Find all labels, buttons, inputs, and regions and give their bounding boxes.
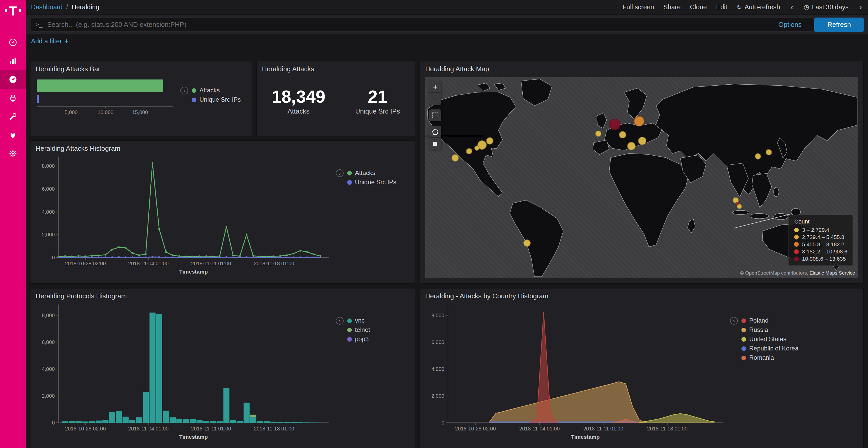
legend-color-dot	[741, 355, 746, 360]
map-marker[interactable]	[523, 240, 531, 247]
protocols-histogram-chart[interactable]: 02,0004,0006,0008,0002018-10-28 02:00201…	[35, 302, 336, 443]
legend-item[interactable]: United States	[741, 336, 799, 343]
box-zoom-icon	[432, 112, 439, 119]
svg-text:6,000: 6,000	[431, 339, 444, 345]
refresh-icon: ↻	[737, 4, 742, 11]
map-marker[interactable]	[766, 149, 772, 156]
draw-rectangle-button[interactable]	[429, 138, 441, 150]
map-marker[interactable]	[627, 142, 636, 150]
osm-attribution: © OpenStreetMap contributors,	[740, 270, 808, 276]
legend-item[interactable]: vnc	[347, 317, 370, 324]
full-screen-button[interactable]: Full screen	[623, 3, 654, 10]
legend-item[interactable]: Republic of Korea	[741, 345, 799, 352]
legend-toggle-icon[interactable]: ›	[336, 317, 344, 325]
sidebar-item-dashboard[interactable]	[0, 70, 26, 89]
map-marker[interactable]	[452, 154, 459, 162]
plus-icon[interactable]: +	[65, 38, 68, 45]
svg-text:2018-11-18 01:00: 2018-11-18 01:00	[647, 426, 687, 432]
legend-list: vnctelnetpop3	[347, 317, 370, 345]
legend-item[interactable]: pop3	[347, 336, 370, 343]
bee-icon	[8, 94, 18, 103]
svg-text:0: 0	[52, 255, 55, 261]
legend-toggle-icon[interactable]: ›	[180, 87, 188, 95]
search-box: >_ Options	[30, 18, 814, 32]
legend-color-dot	[347, 318, 352, 323]
svg-text:2,000: 2,000	[431, 393, 444, 399]
map-marker[interactable]	[638, 137, 646, 145]
sidebar-item-visualize[interactable]	[0, 51, 26, 70]
options-link[interactable]: Options	[778, 21, 802, 28]
legend-toggle-icon[interactable]: ›	[336, 169, 344, 177]
zoom-out-button[interactable]: −	[429, 93, 441, 105]
legend-color-dot	[741, 337, 746, 341]
sidebar-item-monitoring[interactable]	[0, 126, 26, 144]
search-input[interactable]	[47, 21, 767, 28]
map-legend-item: 2,729.4 – 5,455.8	[795, 234, 847, 240]
svg-text:2018-10-28 02:00: 2018-10-28 02:00	[65, 261, 106, 266]
nav-actions: Full screen Share Clone Edit ↻Auto-refre…	[623, 3, 863, 11]
legend-color-dot	[347, 337, 352, 341]
time-back-button[interactable]: ‹	[789, 3, 795, 11]
chart-legend: ›vnctelnetpop3	[336, 302, 411, 443]
attacks-histogram-chart[interactable]: 02,0004,0006,0008,0002018-10-28 02:00201…	[35, 154, 336, 278]
zoom-control-group: + −	[429, 81, 441, 105]
map-marker[interactable]	[486, 137, 493, 144]
legend-item[interactable]: telnet	[347, 326, 370, 334]
svg-text:2018-11-18 01:00: 2018-11-18 01:00	[254, 426, 294, 432]
sidebar-item-management[interactable]	[0, 144, 26, 163]
svg-text:8,000: 8,000	[42, 163, 55, 169]
share-button[interactable]: Share	[663, 3, 681, 10]
legend-color-dot	[795, 242, 799, 246]
edit-button[interactable]: Edit	[716, 3, 727, 10]
breadcrumb-current: Heralding	[71, 3, 99, 10]
sidebar-item-timelion[interactable]	[0, 89, 26, 107]
map-marker[interactable]	[755, 153, 761, 160]
sidebar-item-dev-tools[interactable]	[0, 107, 26, 126]
panel-title: Heralding Protocols Histogram	[30, 288, 415, 302]
breadcrumb-dashboard-link[interactable]: Dashboard	[31, 3, 63, 10]
map-marker[interactable]	[466, 148, 472, 154]
add-filter-link[interactable]: Add a filter	[31, 38, 62, 45]
map-marker[interactable]	[474, 145, 479, 151]
sidebar-item-discover[interactable]	[0, 33, 26, 51]
svg-text:2018-11-18 01:00: 2018-11-18 01:00	[254, 261, 294, 266]
time-forward-button[interactable]: ›	[858, 3, 863, 11]
legend-color-dot	[795, 235, 799, 239]
legend-item[interactable]: Unique Src IPs	[192, 96, 241, 103]
box-zoom-button[interactable]	[429, 109, 441, 121]
panel-heralding-protocols-histogram: Heralding Protocols Histogram 02,0004,00…	[30, 288, 415, 448]
legend-item[interactable]: Russia	[741, 326, 799, 334]
svg-text:4,000: 4,000	[431, 366, 444, 372]
auto-refresh-label: Auto-refresh	[745, 4, 780, 11]
svg-text:15,000: 15,000	[132, 109, 148, 115]
app-sidebar: T	[0, 0, 26, 448]
map-legend-item: 3 – 2,729.4	[795, 227, 847, 233]
attacks-bar-chart[interactable]: 5,00010,00015,000	[35, 74, 180, 131]
legend-color-dot	[192, 97, 196, 102]
legend-item[interactable]: Romania	[741, 354, 799, 361]
map-legend-title: Count	[795, 218, 847, 225]
clone-button[interactable]: Clone	[690, 3, 707, 10]
legend-color-dot	[347, 328, 352, 332]
auto-refresh-button[interactable]: ↻Auto-refresh	[737, 3, 780, 11]
zoom-in-button[interactable]: +	[429, 81, 441, 93]
tmobile-logo[interactable]: T	[0, 0, 26, 26]
legend-item[interactable]: Poland	[741, 317, 799, 324]
map-marker[interactable]	[609, 119, 621, 130]
country-histogram-chart[interactable]: 02,0004,0006,0008,0002018-10-28 02:00201…	[424, 302, 730, 443]
legend-toggle-icon[interactable]: ›	[730, 317, 738, 325]
svg-text:2018-10-28 02:00: 2018-10-28 02:00	[65, 426, 106, 432]
map-marker[interactable]	[619, 131, 626, 138]
world-map[interactable]: + − Count 3 – 2,729.42,729.4 – 5,455.85,…	[425, 77, 858, 278]
elastic-maps-service-link[interactable]: Elastic Maps Service	[810, 270, 855, 276]
map-marker[interactable]	[634, 116, 644, 127]
draw-polygon-button[interactable]	[429, 126, 441, 138]
legend-item[interactable]: Attacks	[192, 87, 241, 94]
legend-item[interactable]: Unique Src IPs	[347, 179, 396, 186]
map-marker[interactable]	[595, 131, 601, 137]
kibana-heralding-dashboard: T	[0, 0, 868, 448]
time-range-button[interactable]: ◷Last 30 days	[804, 3, 848, 11]
svg-text:2018-11-11 01:00: 2018-11-11 01:00	[583, 426, 623, 432]
legend-item[interactable]: Attacks	[347, 169, 396, 176]
refresh-button[interactable]: Refresh	[814, 17, 864, 32]
